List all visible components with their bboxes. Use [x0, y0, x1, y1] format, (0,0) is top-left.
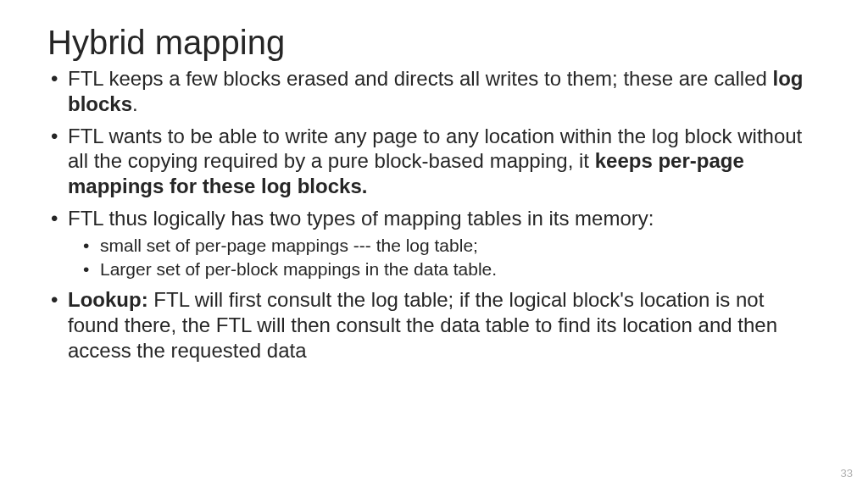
text: FTL keeps a few blocks erased and direct…: [68, 67, 773, 90]
bullet-item: FTL wants to be able to write any page t…: [64, 124, 821, 199]
text-bold: Lookup:: [68, 288, 148, 311]
bullet-list: FTL keeps a few blocks erased and direct…: [47, 66, 821, 363]
sub-bullet-item: Larger set of per-block mappings in the …: [97, 258, 821, 280]
bullet-item: FTL thus logically has two types of mapp…: [64, 206, 821, 280]
text: .: [132, 92, 138, 115]
page-number: 33: [841, 467, 853, 480]
sub-bullet-item: small set of per-page mappings --- the l…: [97, 235, 821, 257]
bullet-item: Lookup: FTL will first consult the log t…: [64, 287, 821, 363]
text: FTL will first consult the log table; if…: [68, 288, 777, 362]
slide-title: Hybrid mapping: [47, 24, 821, 61]
bullet-item: FTL keeps a few blocks erased and direct…: [64, 66, 821, 117]
text: Larger set of per-block mappings in the …: [100, 259, 497, 279]
slide: Hybrid mapping FTL keeps a few blocks er…: [0, 0, 868, 488]
text: small set of per-page mappings --- the l…: [100, 236, 478, 255]
sub-bullet-list: small set of per-page mappings --- the l…: [68, 235, 821, 281]
text: FTL thus logically has two types of mapp…: [68, 207, 654, 230]
